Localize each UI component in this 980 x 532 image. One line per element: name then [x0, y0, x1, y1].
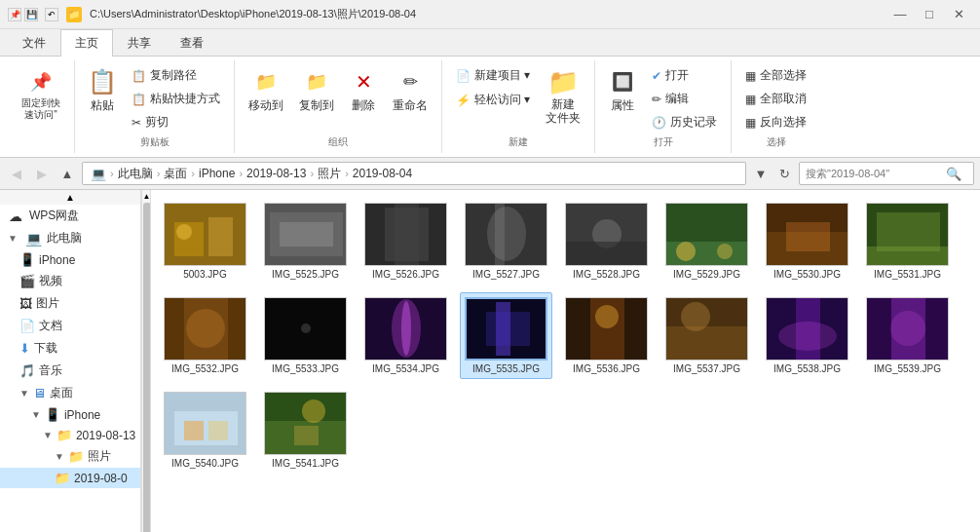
file-item-5533[interactable]: IMG_5533.JPG [259, 292, 352, 379]
sidebar-item-photos[interactable]: ▼ 📁 照片 [0, 445, 140, 468]
up-button[interactable]: ▲ [57, 163, 78, 184]
svg-rect-9 [395, 203, 419, 266]
ribbon-tabs: 文件 主页 共享 查看 [0, 29, 980, 57]
svg-rect-6 [280, 222, 333, 247]
ribbon-group-pin: 📌 固定到快速访问" [8, 60, 75, 153]
dropdown-button[interactable]: ▼ [750, 163, 772, 184]
file-item-5537[interactable]: IMG_5537.JPG [660, 292, 753, 379]
quick-access-icon[interactable]: 📌 [8, 8, 21, 21]
breadcrumb-date2[interactable]: 2019-08-04 [353, 167, 412, 180]
file-item-5531[interactable]: IMG_5531.JPG [861, 198, 954, 285]
sidebar-scrollbar[interactable]: ▲ ▼ [141, 190, 151, 532]
file-item-5539[interactable]: IMG_5539.JPG [861, 292, 954, 379]
new-folder-button[interactable]: 📁 新建文件夹 [540, 64, 586, 130]
file-item-5003[interactable]: 5003.JPG [159, 198, 251, 285]
sidebar-item-downloads[interactable]: ⬇ 下载 [0, 337, 140, 360]
search-box[interactable]: 🔍 [799, 162, 974, 185]
refresh-button[interactable]: ↻ [773, 163, 795, 184]
filename-5527: IMG_5527.JPG [472, 269, 540, 280]
tab-home[interactable]: 主页 [60, 29, 113, 57]
sidebar-item-iphone2[interactable]: ▼ 📱 iPhone [0, 404, 140, 425]
thumb-svg-5538 [767, 297, 848, 361]
cut-button[interactable]: ✂ 剪切 [126, 111, 226, 133]
file-item-5534[interactable]: IMG_5534.JPG [359, 292, 452, 379]
file-item-5525[interactable]: IMG_5525.JPG [259, 198, 352, 285]
photos-expand-icon: ▼ [55, 451, 64, 462]
file-item-5541[interactable]: IMG_5541.JPG [259, 387, 352, 474]
file-item-5535[interactable]: IMG_5535.JPG [460, 292, 552, 379]
history-button[interactable]: 🕐 历史记录 [646, 111, 723, 133]
open-label: 打开 [665, 67, 689, 84]
edit-button[interactable]: ✏ 编辑 [646, 88, 723, 110]
select-all-button[interactable]: ▦ 全部选择 [739, 64, 812, 87]
breadcrumb-computer[interactable]: 此电脑 [118, 166, 153, 182]
rename-icon: ✏ [396, 68, 424, 95]
file-item-5529[interactable]: IMG_5529.JPG [660, 198, 753, 285]
thumb-5538 [766, 297, 848, 361]
thumb-5528 [565, 203, 648, 266]
breadcrumb-iphone[interactable]: iPhone [199, 167, 235, 180]
sidebar: ▲ ☁ WPS网盘 ▼ 💻 此电脑 📱 iPhone 🎬 视频 🖼 [0, 190, 141, 532]
rename-button[interactable]: ✏ 重命名 [387, 64, 433, 118]
breadcrumb-photos[interactable]: 照片 [318, 166, 341, 182]
sidebar-scroll-thumb[interactable]: ▲ [143, 192, 151, 201]
main-layout: ▲ ☁ WPS网盘 ▼ 💻 此电脑 📱 iPhone 🎬 视频 🖼 [0, 190, 980, 532]
file-item-5530[interactable]: IMG_5530.JPG [761, 198, 853, 285]
thumb-5533 [264, 297, 347, 361]
move-to-button[interactable]: 📁 移动到 [243, 64, 289, 118]
sidebar-item-video[interactable]: 🎬 视频 [0, 270, 140, 292]
invert-select-button[interactable]: ▦ 反向选择 [739, 111, 812, 133]
open-button[interactable]: ✔ 打开 [646, 64, 723, 87]
sidebar-scroll-up[interactable]: ▲ [0, 190, 140, 205]
tab-share[interactable]: 共享 [113, 29, 166, 57]
edit-label: 编辑 [665, 91, 689, 107]
thumb-5529 [665, 203, 748, 266]
file-item-5527[interactable]: IMG_5527.JPG [460, 198, 552, 285]
delete-button[interactable]: ✕ 删除 [344, 64, 383, 118]
sidebar-item-iphone[interactable]: 📱 iPhone [0, 249, 140, 270]
search-icon[interactable]: 🔍 [946, 167, 961, 181]
sidebar-item-pictures[interactable]: 🖼 图片 [0, 292, 140, 315]
tab-file[interactable]: 文件 [8, 29, 60, 57]
sidebar-item-2019-08-04[interactable]: 📁 2019-08-0 [0, 468, 140, 488]
minimize-button[interactable]: — [886, 1, 914, 28]
file-item-5532[interactable]: IMG_5532.JPG [159, 292, 251, 379]
select-none-button[interactable]: ▦ 全部取消 [739, 88, 812, 110]
thumb-5531 [866, 203, 949, 266]
properties-button[interactable]: 🔲 属性 [603, 64, 642, 118]
tab-view[interactable]: 查看 [166, 29, 218, 57]
paste-button[interactable]: 📋 粘贴 [83, 64, 122, 118]
address-path[interactable]: 💻 › 此电脑 › 桌面 › iPhone › 2019-08-13 › 照片 … [82, 162, 746, 185]
search-input[interactable] [806, 168, 942, 179]
back-button[interactable]: ◀ [6, 163, 27, 184]
sidebar-item-wps[interactable]: ☁ WPS网盘 [0, 205, 140, 227]
breadcrumb-date1[interactable]: 2019-08-13 [246, 167, 306, 180]
sidebar-item-music[interactable]: 🎵 音乐 [0, 360, 140, 382]
close-button[interactable]: ✕ [945, 1, 972, 28]
pin-quick-access-button[interactable]: 📌 固定到快速访问" [16, 64, 66, 125]
file-item-5528[interactable]: IMG_5528.JPG [560, 198, 653, 285]
file-item-5526[interactable]: IMG_5526.JPG [359, 198, 452, 285]
paste-shortcut-button[interactable]: 📋 粘贴快捷方式 [126, 88, 226, 110]
forward-button[interactable]: ▶ [31, 163, 53, 184]
select-label: 选择 [767, 135, 786, 149]
easy-access-button[interactable]: ⚡ 轻松访问 ▾ [450, 89, 536, 111]
file-item-5540[interactable]: IMG_5540.JPG [159, 387, 251, 474]
save-icon[interactable]: 💾 [24, 8, 38, 21]
undo-icon[interactable]: ↶ [45, 8, 58, 21]
sidebar-scroll-handle[interactable] [143, 203, 151, 532]
file-item-5536[interactable]: IMG_5536.JPG [560, 292, 653, 379]
sidebar-item-pc[interactable]: ▼ 💻 此电脑 [0, 227, 140, 249]
pc-expand-icon: ▼ [8, 233, 18, 244]
sidebar-item-desktop[interactable]: ▼ 🖥 桌面 [0, 382, 140, 404]
copy-to-button[interactable]: 📁 复制到 [293, 64, 340, 118]
new-item-button[interactable]: 📄 新建项目 ▾ [450, 64, 536, 87]
file-item-5538[interactable]: IMG_5538.JPG [761, 292, 853, 379]
svg-rect-36 [486, 312, 530, 346]
easy-access-icon: ⚡ [456, 94, 471, 107]
breadcrumb-desktop[interactable]: 桌面 [164, 166, 187, 182]
copy-path-button[interactable]: 📋 复制路径 [126, 64, 226, 87]
sidebar-item-2019-08-13[interactable]: ▼ 📁 2019-08-13 [0, 425, 140, 445]
sidebar-item-docs[interactable]: 📄 文档 [0, 315, 140, 337]
maximize-button[interactable]: □ [916, 1, 943, 28]
